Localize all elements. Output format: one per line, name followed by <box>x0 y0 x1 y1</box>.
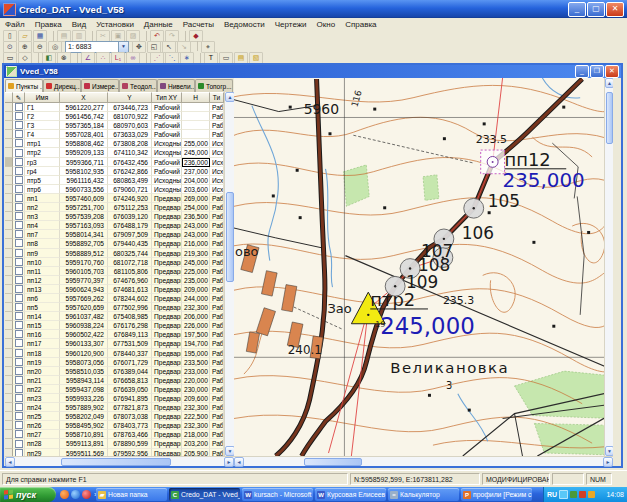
table-row-Г2[interactable]: Г25961456,742681070,922РабочийРабо <box>5 112 224 121</box>
row-checkbox[interactable] <box>13 421 25 430</box>
row-selector[interactable] <box>5 349 13 358</box>
table-row-птр5[interactable]: птр55961116,432680863,499Исходный204,000… <box>5 176 224 185</box>
row-checkbox[interactable] <box>13 230 25 239</box>
table-row-пп8[interactable]: пп85958892,705679440,435Предварите216,00… <box>5 239 224 248</box>
table-row-пп20[interactable]: пп205958510,035676389,044Предварите233,0… <box>5 367 224 376</box>
row-checkbox[interactable] <box>13 385 25 394</box>
row-checkbox[interactable] <box>13 176 25 185</box>
row-selector[interactable] <box>5 430 13 439</box>
table-row-пп27[interactable]: пп275958710,891678763,466Предварите218,0… <box>5 430 224 439</box>
table-row-пп26[interactable]: пп265958495,902678403,773Предварите232,3… <box>5 421 224 430</box>
row-checkbox[interactable] <box>13 349 25 358</box>
row-checkbox[interactable] <box>13 276 25 285</box>
chevron-down-icon[interactable]: ▼ <box>118 42 128 52</box>
row-selector[interactable] <box>5 194 13 203</box>
menu-item-8[interactable]: Окно <box>312 20 341 29</box>
table-row-птр6[interactable]: птр65960733,556679060,721Исходный203,600… <box>5 185 224 194</box>
row-selector[interactable] <box>5 267 13 276</box>
row-selector[interactable] <box>5 412 13 421</box>
survey-point-пп12[interactable] <box>481 150 505 174</box>
column-header-Имя[interactable]: Имя <box>25 92 60 103</box>
l1-level-button[interactable]: L₁ <box>111 52 125 64</box>
row-checkbox[interactable] <box>13 121 25 130</box>
table-row-гр4[interactable]: гр45958102,935676242,866Рабочий237,000Ис… <box>5 167 224 176</box>
row-selector[interactable] <box>5 285 13 294</box>
tab-Дирекц[interactable]: Дирекц... <box>43 79 81 92</box>
row-selector[interactable] <box>5 176 13 185</box>
table-row-пп7[interactable]: пп75958014,341679097,509Предварите243,00… <box>5 230 224 239</box>
browser-icon[interactable] <box>82 490 91 499</box>
resection-tool-button[interactable]: ⋱ <box>165 52 179 64</box>
task-button-ppt[interactable]: Pпрофили [Режим со... <box>461 488 532 501</box>
row-checkbox[interactable] <box>13 439 25 448</box>
row-selector[interactable] <box>5 185 13 194</box>
doc-minimize-button[interactable]: _ <box>575 65 589 78</box>
row-selector[interactable] <box>5 421 13 430</box>
column-header-H[interactable]: H <box>182 92 210 103</box>
row-checkbox[interactable] <box>13 148 25 157</box>
table-row-пп14[interactable]: пп145961037,482675408,985Предварите206,0… <box>5 312 224 321</box>
table-row-пп16[interactable]: пп165960502,422676849,113Предварите197,5… <box>5 330 224 339</box>
row-selector[interactable] <box>5 221 13 230</box>
map-canvas[interactable]: 5960116233.5овоЗао235.3240.1Великановка3… <box>234 78 613 456</box>
search-objects-button[interactable]: ⊗ <box>57 52 71 64</box>
row-checkbox[interactable] <box>13 249 25 258</box>
row-selector[interactable] <box>5 249 13 258</box>
tab-Топогр[interactable]: Топогр... <box>195 79 233 92</box>
task-button-credo[interactable]: CCredo_DAT - Vved_... <box>169 488 240 501</box>
close-button[interactable]: ✕ <box>606 2 624 17</box>
map-hscrollbar[interactable]: ◄ ► <box>234 456 613 466</box>
row-selector[interactable] <box>5 330 13 339</box>
table-row-пп4[interactable]: пп45957163,093676488,179Предварите243,00… <box>5 221 224 230</box>
zoom-window-button[interactable]: ◱ <box>147 41 161 53</box>
layers-palette-button[interactable]: ◧ <box>42 52 56 64</box>
table-row-Г1[interactable]: Г15961220,277673446,723РабочийРабо <box>5 103 224 112</box>
row-selector[interactable] <box>5 167 13 176</box>
row-checkbox[interactable] <box>13 412 25 421</box>
row-checkbox[interactable] <box>13 394 25 403</box>
table-row-Г3[interactable]: Г35957365,184680970,603РабочийРабо <box>5 121 224 130</box>
table-row-пп6[interactable]: пп65957669,262678244,602Предварите244,00… <box>5 294 224 303</box>
table-row-пп12[interactable]: пп125959770,397674676,960Предварите235,0… <box>5 276 224 285</box>
column-header-Ти[interactable]: Ти <box>210 92 224 103</box>
table-row-пп18[interactable]: пп185960120,900678440,337Предварите195,0… <box>5 349 224 358</box>
zoom-out-button[interactable]: ⊖ <box>33 41 47 53</box>
table-row-пп21[interactable]: пп215958943,114676658,813Предварите220,0… <box>5 376 224 385</box>
row-checkbox[interactable] <box>13 294 25 303</box>
minimize-button[interactable]: _ <box>568 2 586 17</box>
table-row-пп11[interactable]: пп115960105,703681105,806Предварите225,0… <box>5 267 224 276</box>
row-selector[interactable] <box>5 376 13 385</box>
row-selector[interactable] <box>5 276 13 285</box>
note-tool-button[interactable]: ▤ <box>234 52 248 64</box>
pan-view-button[interactable]: ✥ <box>132 41 146 53</box>
row-selector[interactable] <box>5 403 13 412</box>
tab-Измере[interactable]: Измере... <box>81 79 119 92</box>
row-checkbox[interactable] <box>13 267 25 276</box>
row-selector[interactable] <box>5 321 13 330</box>
row-selector[interactable] <box>5 367 13 376</box>
table-row-птр2[interactable]: птр25959209,133674110,342Исходный245,000… <box>5 148 224 157</box>
row-checkbox[interactable] <box>13 103 25 112</box>
row-selector[interactable] <box>5 258 13 267</box>
row-selector[interactable] <box>5 112 13 121</box>
start-button[interactable]: пуск <box>0 487 56 502</box>
row-checkbox[interactable] <box>13 303 25 312</box>
row-checkbox[interactable] <box>13 449 25 456</box>
position-indicator-button[interactable]: ⌖ <box>201 41 215 53</box>
menu-item-9[interactable]: Справка <box>340 20 381 29</box>
row-selector[interactable] <box>5 203 13 212</box>
row-selector[interactable] <box>5 312 13 321</box>
table-row-пп24[interactable]: пп245957889,902677821,873Предварите232,3… <box>5 403 224 412</box>
task-button-word[interactable]: Wkursach - Microsoft ... <box>242 488 313 501</box>
row-checkbox[interactable] <box>13 185 25 194</box>
row-checkbox[interactable] <box>13 321 25 330</box>
row-checkbox[interactable] <box>13 312 25 321</box>
row-selector[interactable] <box>5 130 13 139</box>
menu-item-2[interactable]: Вид <box>67 20 91 29</box>
column-header-X[interactable]: X <box>60 92 108 103</box>
frame-tool-button[interactable]: ▭ <box>219 52 233 64</box>
table-row-пп10[interactable]: пп105959170,760681072,718Предварите245,0… <box>5 258 224 267</box>
row-selector[interactable] <box>5 358 13 367</box>
row-selector[interactable] <box>5 339 13 348</box>
row-checkbox[interactable] <box>13 258 25 267</box>
